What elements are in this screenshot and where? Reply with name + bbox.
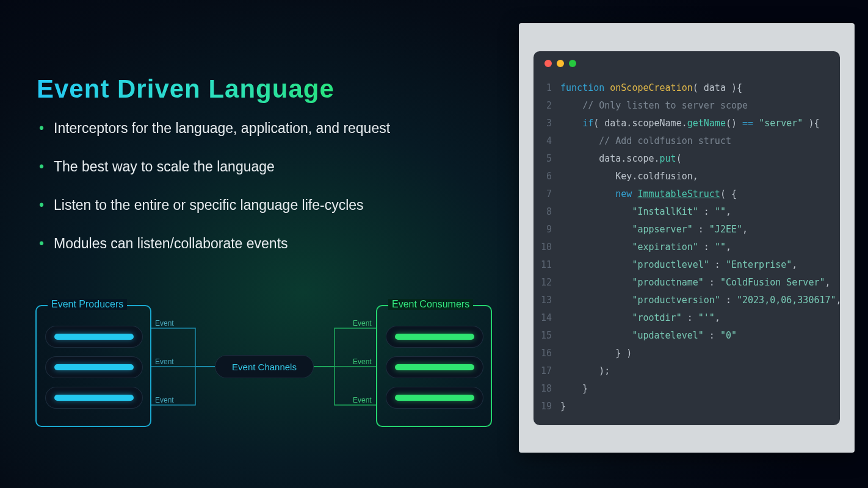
code-line: 14 "rootdir" : "'",: [533, 309, 840, 327]
code-panel: 1function onScopeCreation( data ){2 // O…: [519, 23, 855, 453]
event-channels-node: Event Channels: [215, 355, 314, 378]
bullet-item: Modules can listen/collaborate events: [44, 234, 496, 253]
code-line: 15 "updatelevel" : "0": [533, 327, 840, 345]
close-icon: [544, 60, 552, 67]
code-line: 7 new ImmutableStruct( {: [533, 185, 840, 203]
bullet-item: Listen to the entire or specific languag…: [44, 196, 496, 215]
code-line: 13 "productversion" : "2023,0,06,330617"…: [533, 292, 840, 309]
producer-node: [45, 356, 143, 378]
bullet-item: Interceptors for the language, applicati…: [44, 119, 496, 138]
code-line: 17 );: [533, 362, 840, 380]
bullet-item: The best way to scale the language: [44, 157, 496, 176]
window-controls: [544, 60, 576, 67]
slide-title: Event Driven Language: [37, 74, 335, 104]
consumer-node: [386, 356, 483, 378]
code-line: 6 Key.coldfusion,: [533, 168, 840, 185]
producers-caption: Event Producers: [48, 299, 127, 310]
edge-label: Event: [353, 319, 372, 328]
consumer-node: [386, 326, 483, 348]
minimize-icon: [557, 60, 564, 67]
edge-label: Event: [353, 396, 372, 404]
code-line: 3 if( data.scopeName.getName() == "serve…: [533, 115, 840, 132]
code-line: 16 } ): [533, 345, 840, 362]
code-line: 11 "productlevel" : "Enterprise",: [533, 256, 840, 274]
edge-label: Event: [155, 319, 174, 328]
producer-node: [45, 387, 143, 409]
code-line: 12 "productname" : "ColdFusion Server",: [533, 274, 840, 292]
consumers-group: Event Consumers: [376, 305, 492, 427]
code-line: 5 data.scope.put(: [533, 150, 840, 168]
code-line: 19}: [533, 398, 840, 415]
producers-group: Event Producers: [35, 305, 151, 427]
slide: Event Driven Language Interceptors for t…: [0, 0, 868, 488]
code-listing: 1function onScopeCreation( data ){2 // O…: [533, 79, 840, 415]
edge-label: Event: [155, 396, 174, 404]
code-line: 2 // Only listen to server scope: [533, 97, 840, 115]
zoom-icon: [569, 60, 576, 67]
event-diagram: Event Event Event Event Event Event Even…: [31, 299, 501, 445]
consumers-caption: Event Consumers: [388, 299, 473, 310]
consumer-node: [386, 387, 483, 409]
code-line: 8 "InstallKit" : "",: [533, 203, 840, 221]
code-line: 4 // Add coldfusion struct: [533, 132, 840, 150]
edge-label: Event: [353, 357, 372, 366]
producer-node: [45, 326, 143, 348]
code-line: 10 "expiration" : "",: [533, 239, 840, 256]
bullet-list: Interceptors for the language, applicati…: [44, 119, 496, 273]
code-window: 1function onScopeCreation( data ){2 // O…: [533, 51, 840, 425]
code-line: 9 "appserver" : "J2EE",: [533, 221, 840, 239]
code-line: 1function onScopeCreation( data ){: [533, 79, 840, 97]
edge-label: Event: [155, 357, 174, 366]
code-line: 18 }: [533, 380, 840, 398]
